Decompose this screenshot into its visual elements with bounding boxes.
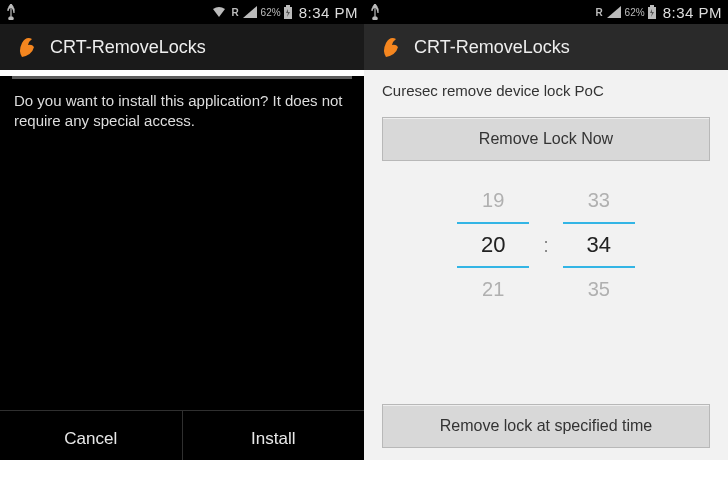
minute-value[interactable]: 34 bbox=[563, 222, 635, 268]
roaming-indicator: R bbox=[231, 7, 238, 18]
app-body: Curesec remove device lock PoC Remove Lo… bbox=[364, 70, 728, 460]
minute-next: 35 bbox=[588, 278, 610, 301]
wifi-icon bbox=[211, 6, 227, 18]
app-icon bbox=[376, 33, 404, 61]
cancel-button[interactable]: Cancel bbox=[0, 411, 182, 460]
battery-indicator: 62% bbox=[261, 5, 293, 19]
status-clock: 8:34 PM bbox=[663, 4, 722, 21]
install-button[interactable]: Install bbox=[183, 411, 365, 460]
svg-rect-3 bbox=[650, 5, 654, 7]
remove-now-button[interactable]: Remove Lock Now bbox=[382, 117, 710, 161]
signal-icon bbox=[607, 6, 621, 18]
status-clock: 8:34 PM bbox=[299, 4, 358, 21]
screen-app-main: R 62% 8:34 PM CRT-RemoveLocks Curesec re… bbox=[364, 0, 728, 460]
status-bar: R 62% 8:34 PM bbox=[364, 0, 728, 24]
minute-prev: 33 bbox=[588, 189, 610, 212]
remove-at-time-button[interactable]: Remove lock at specified time bbox=[382, 404, 710, 448]
app-title: CRT-RemoveLocks bbox=[50, 37, 206, 58]
title-bar: CRT-RemoveLocks bbox=[0, 24, 364, 70]
app-title: CRT-RemoveLocks bbox=[414, 37, 570, 58]
status-bar: R 62% 8:34 PM bbox=[0, 0, 364, 24]
usb-icon bbox=[6, 4, 16, 20]
hour-value[interactable]: 20 bbox=[457, 222, 529, 268]
hour-next: 21 bbox=[482, 278, 504, 301]
hour-picker[interactable]: 19 20 21 bbox=[457, 189, 529, 301]
minute-picker[interactable]: 33 34 35 bbox=[563, 189, 635, 301]
install-message: Do you want to install this application?… bbox=[0, 91, 364, 132]
roaming-indicator: R bbox=[595, 7, 602, 18]
install-progress bbox=[12, 76, 352, 79]
title-bar: CRT-RemoveLocks bbox=[364, 24, 728, 70]
app-icon bbox=[12, 33, 40, 61]
svg-rect-1 bbox=[286, 5, 290, 7]
battery-indicator: 62% bbox=[625, 5, 657, 19]
signal-icon bbox=[243, 6, 257, 18]
usb-icon bbox=[370, 4, 380, 20]
time-picker: 19 20 21 : 33 34 35 bbox=[382, 189, 710, 301]
poc-heading: Curesec remove device lock PoC bbox=[382, 82, 710, 99]
hour-prev: 19 bbox=[482, 189, 504, 212]
screen-install-prompt: R 62% 8:34 PM CRT-RemoveLocks Do you wan… bbox=[0, 0, 364, 460]
install-body: Do you want to install this application?… bbox=[0, 76, 364, 460]
time-colon: : bbox=[543, 234, 549, 257]
install-actions: Cancel Install bbox=[0, 410, 364, 460]
